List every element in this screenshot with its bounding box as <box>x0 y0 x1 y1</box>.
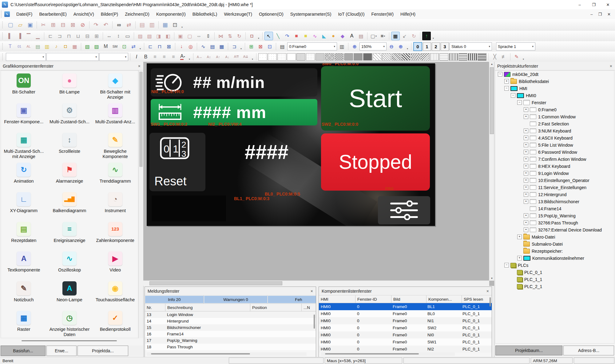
tree-item[interactable]: −HMI0 <box>495 92 614 99</box>
rect-tool-button[interactable]: ■ <box>292 32 301 40</box>
tree-item[interactable]: −PLCs <box>495 262 614 269</box>
pattern-swatch-13[interactable] <box>373 53 382 61</box>
undo-button[interactable]: ↶ <box>101 20 110 30</box>
table-row[interactable]: HMI00Frame0NI0PLC_0_1V <box>319 331 492 338</box>
pattern-swatch-4[interactable] <box>287 53 296 61</box>
component-item[interactable]: ✎Bewegliche Komponente <box>92 130 138 160</box>
text-tool-button[interactable]: A <box>347 32 356 40</box>
tree-item[interactable]: +7:Confirm Action Window <box>495 156 614 163</box>
component-item[interactable]: ▦Raster <box>1 308 47 338</box>
bold-button[interactable]: B <box>141 53 150 61</box>
security-button[interactable]: ◘ <box>61 42 70 51</box>
scrollbar-thumb[interactable] <box>490 67 494 134</box>
tree-item[interactable]: +4:ASCII Keyboard <box>495 134 614 141</box>
component-item[interactable]: ONBit-Schalter <box>1 71 47 101</box>
align-left-edge-button[interactable]: ▌ <box>6 32 14 40</box>
notebook-button[interactable]: ▤ <box>34 42 42 51</box>
stop-status-button[interactable]: Stopped <box>321 133 430 191</box>
line-tool-button[interactable]: ╲ <box>274 32 282 40</box>
message-tab-warnungen-0[interactable]: Warnungen 0 <box>204 295 268 303</box>
duplicate-button[interactable]: ⊠ <box>68 20 77 30</box>
column-header[interactable]: Position <box>250 304 302 311</box>
text-library-button[interactable]: T <box>6 42 14 51</box>
zoom-out-button[interactable]: ⊖ <box>387 42 396 51</box>
canvas-vertical-scrollbar[interactable]: ▲ ▼ <box>489 62 494 281</box>
component-item[interactable]: ▂▅█Balkendiagramm <box>47 189 93 219</box>
pattern-swatch-23[interactable] <box>468 53 477 61</box>
pattern-swatch-3[interactable] <box>277 53 286 61</box>
minimize-button[interactable]: – <box>573 0 587 9</box>
menu-optionen-o[interactable]: Optionen(O) <box>256 9 287 19</box>
canvas-horizontal-scrollbar[interactable] <box>143 280 489 286</box>
scrollbar-thumb[interactable] <box>139 72 143 167</box>
menu-bibliothek-l[interactable]: Bibliothek(L) <box>189 9 221 19</box>
component-item[interactable]: ✓Bedienprotokoll <box>92 308 138 338</box>
expand-icon[interactable]: + <box>524 164 528 168</box>
align-bottom-edge-button[interactable]: ▁ <box>34 32 42 40</box>
pattern-swatch-24[interactable] <box>478 53 486 61</box>
tree-item[interactable]: +8:HEX Keyboard <box>495 163 614 170</box>
toolbar-overflow-icon[interactable]: ▾ <box>406 42 409 51</box>
window-select-button[interactable]: ⊡ <box>170 20 180 30</box>
ellipse-tool-button[interactable]: ● <box>329 32 338 40</box>
same-width-button[interactable]: ↔ <box>105 32 113 40</box>
start-button[interactable]: Start <box>321 66 430 131</box>
table-window-button[interactable]: ▦ <box>217 42 226 51</box>
reset-button[interactable]: 0 1 2 3 Reset <box>149 133 205 191</box>
component-item[interactable]: ▥Multi-Zustand-Anz... <box>92 101 138 130</box>
cut-button[interactable]: ✂ <box>39 20 48 30</box>
window-right-button[interactable]: ⊐ <box>230 42 239 51</box>
table-row[interactable]: HMI00Frame0NI1PLC_0_1V <box>319 317 492 324</box>
v-spacing-button[interactable]: ⇕ <box>204 32 212 40</box>
toolbar-overflow-icon[interactable]: ▾ <box>180 21 184 29</box>
pattern-swatch-15[interactable] <box>392 53 401 61</box>
chart-window-button[interactable]: ▤ <box>208 42 217 51</box>
expand-icon[interactable]: + <box>524 185 528 190</box>
fill-color-button[interactable]: ■▾ <box>379 32 387 40</box>
tree-item[interactable]: +Kommunikationsteilnehmer <box>495 255 614 262</box>
tree-item[interactable]: +13:Bildschirmschoner <box>495 198 614 205</box>
menu-ansicht-v[interactable]: Ansicht(V) <box>70 9 97 19</box>
menu-hilfe-h[interactable]: Hilfe(H) <box>397 9 419 19</box>
messages-h-scrollbar[interactable] <box>147 352 307 356</box>
tree-item[interactable]: +9:Login Window <box>495 170 614 177</box>
expand-icon[interactable]: + <box>524 107 528 112</box>
align-bottom-button[interactable]: ⊔ <box>74 32 82 40</box>
window-close-button[interactable]: ⊠ <box>165 42 173 51</box>
frame-export-button[interactable]: ▥ <box>338 42 346 51</box>
menu-bearbeiten-e[interactable]: Bearbeiten(E) <box>36 9 70 19</box>
text-align-right-button[interactable]: ≡ <box>169 53 178 61</box>
messages-v-scroll-thumb[interactable] <box>314 315 315 329</box>
same-height-button[interactable]: ↕ <box>114 32 123 40</box>
expand-icon[interactable]: + <box>504 79 509 84</box>
bring-to-front-button[interactable]: ▨ <box>136 32 145 40</box>
expand-icon[interactable]: + <box>524 228 528 232</box>
binary-table-button[interactable]: 01 <box>15 42 24 51</box>
lock-button[interactable]: ◘ <box>248 32 256 40</box>
mdi-control-icon[interactable]: – <box>590 12 593 17</box>
align-top-button[interactable]: ⊓ <box>65 32 73 40</box>
menu-fenster-w[interactable]: Fenster(W) <box>368 9 397 19</box>
text-stretch-button[interactable]: A⇈ <box>232 53 241 61</box>
placeholder-rect[interactable] <box>152 196 226 221</box>
toolbar-overflow-icon[interactable]: ▾ <box>239 42 243 51</box>
text-align-center-button[interactable]: ≡ <box>160 53 169 61</box>
print-preview-button[interactable]: ▤ <box>137 20 147 30</box>
close-icon[interactable]: × <box>138 64 141 69</box>
text-fit-width-button[interactable]: A↔ <box>195 53 204 61</box>
font-name-combo[interactable]: ▾ <box>6 53 46 61</box>
hatch-brick-button[interactable]: ≢ <box>500 53 508 61</box>
tree-item[interactable]: +6:Password Window <box>495 148 614 156</box>
pattern-swatch-9[interactable] <box>335 53 343 61</box>
sound-library-button[interactable]: ♪ <box>52 42 61 51</box>
rotate-button[interactable]: ↻ <box>235 32 244 40</box>
table-row[interactable]: 15Bildschirmschoner <box>145 324 316 331</box>
component-item[interactable]: ◔Instrument <box>92 189 138 219</box>
component-item[interactable]: 123Zahlenkomponente <box>92 219 138 249</box>
refresh-button[interactable]: ↻ <box>410 32 418 40</box>
tree-item[interactable]: 2:Fast Selection <box>495 120 614 127</box>
component-item[interactable]: ✎Notizbuch <box>1 279 47 308</box>
toolbar-overflow-icon[interactable]: ▾ <box>188 53 191 61</box>
tree-item[interactable]: +32766:Pass Through <box>495 219 614 226</box>
tree-item[interactable]: +0:Frame0 <box>495 106 614 113</box>
